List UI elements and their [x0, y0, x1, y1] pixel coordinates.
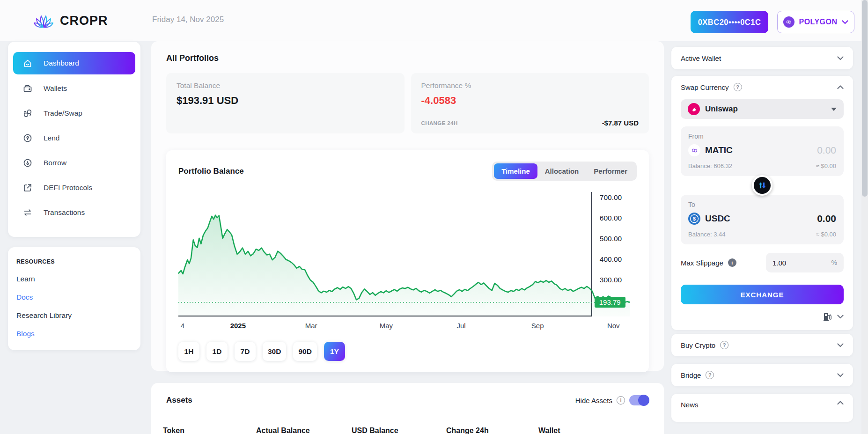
topbar: CROPR Friday 14, Nov 2025 0XBC20••••0C1C…	[0, 0, 868, 41]
resources-link-learn[interactable]: Learn	[16, 275, 133, 283]
range-button-1d[interactable]: 1D	[206, 342, 228, 361]
help-icon[interactable]: ?	[734, 83, 742, 91]
y-tick-label: 300.00	[600, 276, 622, 284]
tab-allocation[interactable]: Allocation	[537, 163, 587, 179]
sidebar-item-defi-protocols[interactable]: DEFI Protocols	[13, 177, 135, 199]
bridge-card[interactable]: Bridge ?	[671, 364, 853, 386]
y-tick-label: 400.00	[600, 255, 622, 264]
hide-assets-toggle[interactable]	[629, 395, 649, 405]
swap-direction-button[interactable]	[752, 175, 772, 196]
change-24h-value: -$7.87 USD	[602, 119, 639, 127]
slippage-input-wrap: %	[766, 253, 844, 272]
help-icon[interactable]: ?	[720, 341, 728, 349]
tab-timeline[interactable]: Timeline	[494, 163, 537, 179]
scrollbar-thumb[interactable]	[862, 0, 868, 197]
from-balance: Balance: 606.32	[688, 162, 732, 169]
usdc-icon: $	[688, 213, 700, 225]
swap-currency-label: Swap Currency	[681, 83, 729, 91]
borrow-coin-icon	[22, 158, 33, 168]
total-balance-label: Total Balance	[177, 81, 394, 90]
news-card[interactable]: News	[671, 394, 853, 422]
y-tick-label: 500.00	[600, 235, 622, 243]
to-usd-estimate: ≈ $0.00	[816, 231, 836, 238]
chart-tabs: Timeline Allocation Performer	[492, 162, 637, 181]
x-tick-label: Sep	[531, 322, 544, 330]
assets-table-header: Token Actual Balance USD Balance Change …	[151, 415, 664, 434]
range-button-1h[interactable]: 1H	[178, 342, 199, 361]
sidebar-item-trade-swap[interactable]: Trade/Swap	[13, 103, 135, 124]
performance-value: -4.0583	[421, 95, 639, 107]
sidebar-item-label: Transactions	[44, 208, 85, 217]
info-icon[interactable]: i	[728, 258, 736, 267]
all-portfolios-title: All Portfolios	[166, 53, 649, 63]
sidebar-item-wallets[interactable]: Wallets	[13, 78, 135, 99]
resources-link-research-library[interactable]: Research Library	[16, 311, 133, 320]
resources-link-blogs[interactable]: Blogs	[16, 330, 133, 338]
from-amount-input[interactable]: 0.00	[817, 145, 836, 156]
portfolio-chart-plot[interactable]	[178, 192, 592, 316]
performance-card: Performance % -4.0583 CHANGE 24H -$7.87 …	[411, 73, 649, 133]
performance-label: Performance %	[421, 81, 639, 90]
sidebar-item-transactions[interactable]: Transactions	[13, 202, 135, 223]
x-tick-label: Jul	[456, 322, 465, 330]
to-balance: Balance: 3.44	[688, 231, 726, 238]
app-root: CROPR Friday 14, Nov 2025 0XBC20••••0C1C…	[0, 0, 868, 434]
portfolio-chart-svg	[178, 192, 630, 316]
x-tick-label: May	[380, 322, 393, 330]
swap-body: From MATIC 0.00 Balance: 606.32 ≈ $0.00	[681, 126, 844, 244]
sidebar-item-label: DEFI Protocols	[44, 184, 92, 192]
from-token-name[interactable]: MATIC	[705, 145, 812, 155]
column-actual-balance: Actual Balance	[256, 427, 352, 434]
sidebar-item-lend[interactable]: Lend	[13, 127, 135, 149]
slippage-input[interactable]	[772, 259, 831, 267]
chart-area: 193.79 700.00600.00500.00400.00300.00	[178, 192, 637, 316]
swap-to-pane[interactable]: To $ USDC 0.00 Balance: 3.44 ≈ $0.00	[681, 195, 844, 244]
brand-name: CROPR	[60, 14, 108, 28]
total-balance-value: $193.91 USD	[177, 95, 394, 107]
swap-provider-select[interactable]: Uniswap	[681, 99, 844, 119]
swap-circles-icon	[22, 108, 33, 118]
info-icon[interactable]: i	[617, 396, 625, 405]
from-label: From	[688, 132, 836, 140]
transfer-arrows-icon	[22, 207, 33, 218]
sidebar-item-dashboard[interactable]: Dashboard	[13, 52, 135, 74]
active-wallet-label: Active Wallet	[681, 54, 721, 62]
uniswap-icon	[688, 103, 700, 115]
scrollbar-track[interactable]	[861, 0, 868, 434]
swap-currency-header[interactable]: Swap Currency ?	[681, 83, 844, 91]
brand-logo[interactable]: CROPR	[33, 10, 108, 31]
sidebar-item-label: Lend	[44, 134, 59, 142]
x-tick-label: Nov	[607, 322, 620, 330]
wallet-icon	[22, 83, 33, 94]
to-label: To	[688, 201, 836, 208]
range-button-7d[interactable]: 7D	[235, 342, 256, 361]
exchange-button[interactable]: EXCHANGE	[681, 285, 844, 304]
gas-settings-row[interactable]	[681, 311, 844, 322]
range-button-90d[interactable]: 90D	[293, 342, 316, 361]
range-button-1y[interactable]: 1Y	[324, 342, 345, 361]
y-tick-label: 600.00	[600, 214, 622, 222]
x-tick-label: Mar	[305, 322, 317, 330]
current-value-badge: 193.79	[595, 297, 625, 308]
range-button-30d[interactable]: 30D	[263, 342, 286, 361]
right-sidebar: Active Wallet Swap Currency ? Uniswap	[671, 47, 853, 422]
active-wallet-card[interactable]: Active Wallet	[671, 47, 853, 69]
sidebar-item-borrow[interactable]: Borrow	[13, 152, 135, 174]
sidebar-nav: Dashboard Wallets Trade/Swap Lend Borrow	[8, 42, 140, 237]
buy-crypto-card[interactable]: Buy Crypto ?	[671, 334, 853, 356]
swap-arrows-icon	[758, 181, 767, 190]
resources-card: RESOURCES Learn Docs Research Library Bl…	[8, 247, 140, 350]
resources-link-docs[interactable]: Docs	[16, 293, 133, 302]
help-icon[interactable]: ?	[706, 371, 714, 379]
news-label: News	[681, 401, 699, 409]
network-selector-button[interactable]: POLYGON	[777, 11, 854, 33]
to-amount-input[interactable]: 0.00	[817, 213, 836, 224]
lend-coin-icon	[22, 133, 33, 143]
network-name: POLYGON	[799, 18, 837, 26]
y-tick-label: 700.00	[600, 193, 622, 202]
wallet-address-button[interactable]: 0XBC20••••0C1C	[691, 11, 768, 33]
tab-performer[interactable]: Performer	[586, 163, 635, 179]
assets-title: Assets	[166, 396, 192, 405]
to-token-name[interactable]: USDC	[705, 213, 812, 224]
swap-from-pane[interactable]: From MATIC 0.00 Balance: 606.32 ≈ $0.00	[681, 126, 844, 176]
